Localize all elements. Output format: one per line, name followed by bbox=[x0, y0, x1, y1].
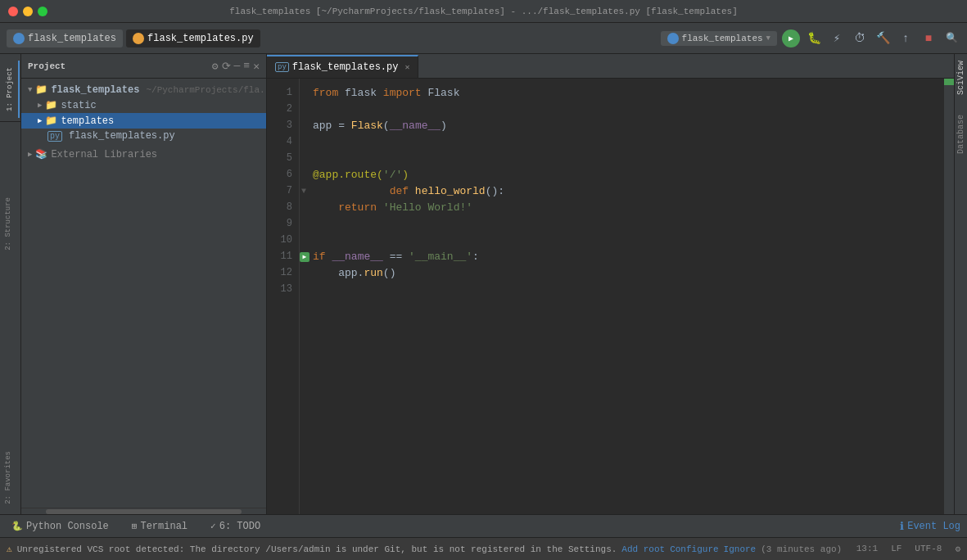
terminal-tab[interactable]: ⊞ Terminal bbox=[127, 517, 192, 535]
file-tree: ▼ 📁 flask_templates ~/PycharmProjects/fl… bbox=[21, 79, 266, 508]
code-line-2 bbox=[313, 102, 944, 118]
git-icon: ⚙ bbox=[955, 544, 960, 554]
debug-button[interactable]: 🐛 bbox=[805, 29, 823, 47]
close-button[interactable] bbox=[8, 7, 18, 16]
code-line-3: app = Flask ( __name__ ) bbox=[313, 118, 944, 134]
titlebar: flask_templates [~/PycharmProjects/flask… bbox=[0, 0, 967, 23]
window-controls[interactable] bbox=[8, 7, 47, 16]
editor-tab-label: flask_templates.py bbox=[292, 61, 399, 73]
todo-icon: ✓ bbox=[210, 521, 216, 531]
root-label: flask_templates bbox=[51, 84, 139, 96]
time-text: (3 minutes ago) bbox=[761, 544, 842, 554]
fold-icon[interactable]: ▼ bbox=[301, 183, 306, 200]
templates-folder-icon: 📁 bbox=[45, 115, 57, 127]
file-tab-label: flask_templates.py bbox=[147, 33, 254, 44]
editor-tabs: py flask_templates.py ✕ bbox=[267, 54, 954, 79]
templates-arrow-icon: ▶ bbox=[38, 116, 42, 125]
panel-close-icon[interactable]: ✕ bbox=[253, 60, 260, 73]
run-configuration[interactable]: flask_templates ▼ bbox=[661, 31, 777, 46]
vcs-warning-text: Unregistered VCS root detected: The dire… bbox=[17, 544, 617, 554]
run-line-icon[interactable]: ▶ bbox=[300, 252, 310, 262]
flask-py-label: flask_templates.py bbox=[69, 130, 175, 142]
static-label: static bbox=[61, 100, 96, 111]
code-line-1: from flask import Flask bbox=[313, 85, 944, 102]
root-folder-icon: 📁 bbox=[35, 84, 47, 96]
ln-3: 3 bbox=[267, 118, 292, 134]
configure-link[interactable]: Configure bbox=[670, 544, 718, 554]
code-line-7: ▼ def hello_world (): bbox=[313, 183, 944, 200]
event-log-icon: ℹ bbox=[900, 520, 904, 533]
editor-scrollmark[interactable] bbox=[944, 79, 954, 514]
sciview-tab[interactable]: SciView bbox=[954, 54, 967, 102]
build-button[interactable]: 🔨 bbox=[874, 29, 892, 47]
sidebar-item-favorites[interactable]: 2: Favorites bbox=[0, 445, 16, 511]
code-line-9 bbox=[313, 216, 944, 233]
ln-7: 7 bbox=[267, 183, 292, 200]
tree-item-external-libs[interactable]: ▶ 📚 External Libraries bbox=[21, 147, 266, 162]
file-tab[interactable]: flask_templates.py bbox=[126, 29, 260, 47]
file-tab-icon bbox=[133, 33, 144, 44]
editor-content: 1 2 3 4 5 6 7 8 9 10 11 12 13 from flask bbox=[267, 79, 954, 514]
project-tab-label: flask_templates bbox=[28, 33, 116, 44]
project-tab-icon bbox=[13, 33, 25, 44]
vcs-button[interactable]: ↑ bbox=[897, 29, 915, 47]
sidebar-item-structure[interactable]: 2: Structure bbox=[0, 191, 16, 257]
code-line-13 bbox=[313, 282, 944, 298]
terminal-label: Terminal bbox=[140, 521, 188, 532]
tab-close-icon[interactable]: ✕ bbox=[404, 62, 409, 72]
ln-8: 8 bbox=[267, 200, 292, 216]
right-panel: SciView Database bbox=[954, 54, 967, 514]
run-config-dropdown-icon: ▼ bbox=[766, 34, 770, 43]
todo-tab[interactable]: ✓ 6: TODO bbox=[206, 517, 265, 535]
add-root-link[interactable]: Add root bbox=[621, 544, 665, 554]
scrollmark-position bbox=[944, 79, 954, 85]
run-button-icon: ▶ bbox=[789, 34, 793, 43]
tree-root[interactable]: ▼ 📁 flask_templates ~/PycharmProjects/fl… bbox=[21, 82, 266, 97]
ln-10: 10 bbox=[267, 233, 292, 249]
ext-libs-icon: 📚 bbox=[35, 148, 47, 160]
database-tab[interactable]: Database bbox=[954, 108, 967, 160]
bottom-bar: 🐍 Python Console ⊞ Terminal ✓ 6: TODO ℹ … bbox=[0, 514, 967, 537]
ignore-link[interactable]: Ignore bbox=[724, 544, 757, 554]
editor-tab-icon: py bbox=[275, 62, 289, 72]
coverage-button[interactable]: ⚡ bbox=[828, 29, 846, 47]
tree-item-templates[interactable]: ▶ 📁 templates bbox=[21, 113, 266, 129]
ln-9: 9 bbox=[267, 216, 292, 233]
warning-icon: ⚠ bbox=[7, 544, 12, 554]
panel-collapse-icon[interactable]: — bbox=[234, 60, 241, 73]
ln-4: 4 bbox=[267, 134, 292, 151]
minimize-button[interactable] bbox=[23, 7, 33, 16]
tree-item-static[interactable]: ▶ 📁 static bbox=[21, 97, 266, 113]
panel-title: Project bbox=[28, 61, 207, 71]
tree-item-flask-py[interactable]: py flask_templates.py bbox=[21, 129, 266, 143]
python-console-label: Python Console bbox=[26, 521, 109, 532]
profile-button[interactable]: ⏱ bbox=[851, 29, 869, 47]
code-line-11: ▶ if __name__ == '__main__' : bbox=[313, 249, 944, 265]
window-title: flask_templates [~/PycharmProjects/flask… bbox=[229, 7, 738, 16]
ln-2: 2 bbox=[267, 102, 292, 118]
status-right: 13:1 LF UTF-8 ⚙ bbox=[856, 544, 960, 554]
panel-gear-icon[interactable]: ⚙ bbox=[212, 60, 219, 73]
python-console-tab[interactable]: 🐍 Python Console bbox=[7, 517, 114, 535]
sidebar-item-project[interactable]: 1: Project bbox=[2, 61, 20, 118]
code-editor[interactable]: from flask import Flask app = Flask ( __… bbox=[300, 79, 944, 514]
stop-button[interactable]: ■ bbox=[920, 29, 938, 47]
search-button[interactable]: 🔍 bbox=[942, 29, 960, 47]
panel-sync-icon[interactable]: ⟳ bbox=[222, 60, 231, 73]
event-log-label[interactable]: Event Log bbox=[907, 521, 960, 532]
code-line-8: return 'Hello World!' bbox=[313, 200, 944, 216]
panel-settings-icon[interactable]: ≡ bbox=[243, 60, 250, 73]
scrollbar-thumb[interactable] bbox=[46, 509, 242, 514]
project-tab[interactable]: flask_templates bbox=[7, 29, 123, 47]
maximize-button[interactable] bbox=[38, 7, 47, 16]
root-arrow-icon: ▼ bbox=[28, 86, 32, 94]
code-line-10 bbox=[313, 233, 944, 249]
python-console-icon: 🐍 bbox=[11, 521, 23, 531]
encoding: UTF-8 bbox=[915, 544, 942, 554]
run-button[interactable]: ▶ bbox=[782, 29, 800, 47]
panel-header: Project ⚙ ⟳ — ≡ ✕ bbox=[21, 54, 266, 79]
editor-tab-flask-py[interactable]: py flask_templates.py ✕ bbox=[267, 55, 418, 78]
code-line-5 bbox=[313, 151, 944, 167]
panel-scrollbar[interactable] bbox=[21, 508, 266, 514]
py-file-icon: py bbox=[47, 131, 62, 142]
